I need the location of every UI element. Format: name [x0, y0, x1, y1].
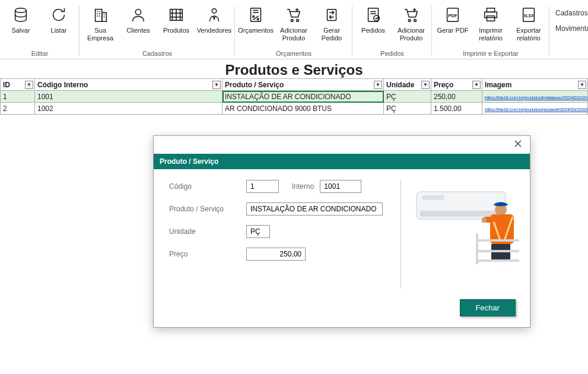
ribbon-button-label: Imprimir relatório	[475, 27, 507, 42]
product-image	[412, 181, 519, 264]
cell[interactable]: INSTALAÇÃO DE AR CONDICIONADO	[223, 91, 384, 103]
ribbon-button-label: Exportar relatório	[513, 27, 545, 42]
modal-header: Produto / Serviço	[154, 154, 530, 169]
col-header[interactable]: Imagem▾	[482, 79, 588, 91]
cell[interactable]: 1002	[35, 103, 223, 115]
col-header[interactable]: Código Interno▾	[35, 79, 223, 91]
pdf-icon	[443, 5, 463, 25]
svg-rect-29	[501, 244, 510, 262]
clientes-button[interactable]: Clientes	[121, 4, 155, 34]
vendedores-button[interactable]: Vendedores	[197, 4, 231, 34]
svg-rect-28	[482, 218, 487, 223]
col-header-label: Produto / Serviço	[225, 81, 284, 89]
image-link[interactable]: https://bia18.com.br/produtos/instalacao…	[485, 95, 588, 100]
side-label-movimentacoes: Movimentações	[555, 24, 588, 33]
ribbon-button-label: Orçamentos	[238, 27, 274, 34]
xls-icon	[519, 5, 539, 25]
label-interno: Interno	[292, 182, 314, 191]
salvar-button[interactable]: Salvar	[4, 4, 38, 34]
gerar-pedido-button[interactable]: Gerar Pedido	[314, 4, 349, 42]
cart-plus-icon	[284, 5, 304, 25]
cell[interactable]: AR CONDICIONADO 9000 BTUS	[223, 103, 384, 115]
db-icon	[11, 5, 31, 25]
ribbon-group-editar: SalvarListarEditar	[0, 4, 80, 59]
col-header[interactable]: Unidade▾	[384, 79, 431, 91]
swap-doc-icon	[322, 5, 342, 25]
cell[interactable]: PÇ	[384, 103, 431, 115]
ribbon-group-cadastros: Sua EmpresaClientesProdutosVendedoresCad…	[80, 4, 235, 59]
image-link[interactable]: https://bia18.com.br/produtos/ressacel/2…	[485, 107, 588, 112]
ribbon-button-label: Adicionar Produto	[278, 27, 310, 42]
product-image-panel	[401, 180, 519, 289]
ribbon-button-label: Produtos	[163, 27, 189, 34]
filter-dropdown-icon[interactable]: ▾	[212, 81, 221, 89]
doc-percent-icon	[246, 5, 266, 25]
shelf-icon	[166, 5, 186, 25]
ribbon-button-label: Adicionar Produto	[395, 27, 427, 42]
svg-rect-24	[422, 195, 444, 200]
ribbon-button-label: Clientes	[126, 27, 150, 34]
input-preco[interactable]	[246, 248, 306, 261]
ribbon-group-orçamentos: OrçamentosAdicionar ProdutoGerar PedidoO…	[235, 4, 352, 59]
filter-dropdown-icon[interactable]: ▾	[472, 81, 481, 89]
ribbon-side-panel: Cadastros Movimentações Relatóri	[549, 4, 588, 59]
building-icon	[90, 5, 110, 25]
side-label-cadastros: Cadastros	[555, 9, 588, 17]
ribbon-group-caption: Orçamentos	[276, 50, 312, 59]
filter-dropdown-icon[interactable]: ▾	[374, 81, 382, 89]
doc-check-icon	[363, 5, 383, 25]
svg-rect-30	[491, 244, 501, 262]
produtos-button[interactable]: Produtos	[159, 4, 193, 34]
ribbon-button-label: Gerar PDF	[437, 27, 468, 34]
printer-icon	[481, 5, 501, 25]
exportar-relatorio-button[interactable]: Exportar relatório	[511, 4, 546, 42]
adicionar-produto-ped-button[interactable]: Adicionar Produto	[394, 4, 428, 42]
input-prod[interactable]	[246, 202, 383, 215]
ribbon-button-label: Vendedores	[197, 27, 232, 34]
ribbon-button-label: Listar	[51, 27, 67, 34]
filter-dropdown-icon[interactable]: ▾	[421, 81, 430, 89]
ribbon-button-label: Pedidos	[361, 27, 385, 34]
seller-icon	[204, 5, 224, 25]
cell-image-link[interactable]: https://bia18.com.br/produtos/ressacel/2…	[482, 103, 588, 115]
refresh-icon	[49, 5, 69, 25]
filter-dropdown-icon[interactable]: ▾	[578, 81, 586, 89]
col-header[interactable]: ID▾	[1, 79, 35, 91]
ribbon-group-caption: Cadastros	[142, 50, 172, 59]
label-preco: Preço	[169, 250, 240, 258]
ribbon-group-caption: Imprimir e Exportar	[463, 50, 519, 59]
page-title: Produtos e Serviços	[0, 59, 588, 78]
cell[interactable]: 1.500,00	[431, 103, 482, 115]
gerar-pdf-button[interactable]: Gerar PDF	[436, 4, 470, 34]
cell-image-link[interactable]: https://bia18.com.br/produtos/instalacao…	[482, 91, 588, 103]
ribbon-button-label: Gerar Pedido	[316, 27, 348, 42]
sua-empresa-button[interactable]: Sua Empresa	[83, 4, 117, 42]
input-unidade[interactable]	[246, 225, 270, 238]
orcamentos-button[interactable]: Orçamentos	[239, 4, 273, 34]
cell[interactable]: 250,00	[431, 91, 482, 103]
close-icon[interactable]	[511, 140, 525, 150]
adicionar-produto-button[interactable]: Adicionar Produto	[276, 4, 311, 42]
input-codigo[interactable]	[246, 180, 279, 193]
cell[interactable]: PÇ	[384, 91, 431, 103]
cell[interactable]: 1001	[35, 91, 223, 103]
col-header-label: Unidade	[386, 81, 414, 89]
col-header[interactable]: Produto / Serviço▾	[223, 79, 384, 91]
listar-button[interactable]: Listar	[42, 4, 76, 34]
ribbon-group-caption: Editar	[31, 50, 49, 59]
col-header-label: ID	[3, 81, 10, 89]
ribbon-button-label: Sua Empresa	[84, 27, 116, 42]
filter-dropdown-icon[interactable]: ▾	[25, 81, 33, 89]
cell[interactable]: 1	[1, 91, 35, 103]
cell[interactable]: 2	[1, 103, 35, 115]
table-row[interactable]: 11001INSTALAÇÃO DE AR CONDICIONADOPÇ250,…	[1, 91, 588, 103]
ribbon: SalvarListarEditarSua EmpresaClientesPro…	[0, 0, 588, 59]
product-modal: Produto / Serviço Código Interno Produto…	[153, 135, 530, 328]
imprimir-relatorio-button[interactable]: Imprimir relatório	[473, 4, 508, 42]
pedidos-button[interactable]: Pedidos	[356, 4, 390, 34]
col-header[interactable]: Preço▾	[431, 79, 482, 91]
table-row[interactable]: 21002AR CONDICIONADO 9000 BTUSPÇ1.500,00…	[1, 103, 588, 115]
label-prod: Produto / Serviço	[169, 205, 240, 213]
input-interno[interactable]	[320, 180, 361, 193]
fechar-button[interactable]: Fechar	[460, 299, 516, 316]
